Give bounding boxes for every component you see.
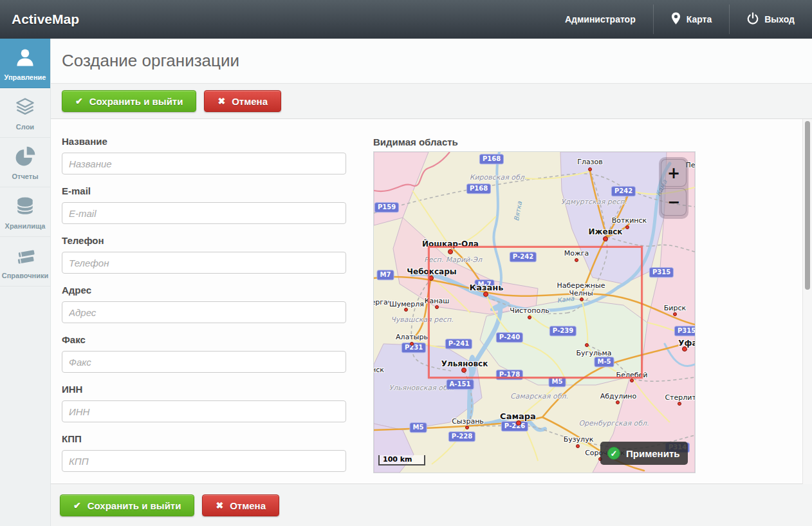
kpp-input[interactable] (62, 450, 346, 472)
email-input[interactable] (62, 202, 346, 224)
inn-input[interactable] (62, 400, 346, 422)
field-group-phone: Телефон (62, 235, 346, 274)
city-label: Самара (500, 412, 536, 421)
visible-area-map[interactable]: КамаКамаВяткаКировская обл.Удмуртская ре… (373, 151, 696, 473)
user-menu-item[interactable]: Администратор (548, 0, 653, 39)
sidebar-item-storages[interactable]: Хранилища (0, 187, 50, 237)
city-label: Глазов (577, 158, 603, 166)
name-input[interactable] (62, 153, 346, 174)
cancel-button-label: Отмена (232, 96, 268, 107)
city-dot (673, 312, 677, 316)
city-dot (516, 420, 521, 426)
map-zoom-control: + − (659, 157, 688, 219)
city-label: Бузулук (564, 436, 594, 444)
cross-icon: ✖ (216, 500, 223, 511)
city-label: Стерлита (665, 394, 696, 402)
sidebar-item-label: Управление (4, 73, 46, 81)
cancel-button[interactable]: ✖ Отмена (204, 90, 281, 112)
city-dot (410, 342, 414, 346)
user-name-label: Администратор (565, 14, 636, 24)
save-and-exit-button-bottom[interactable]: ✔ Сохранить и выйти (60, 494, 194, 516)
city-dot (625, 225, 629, 229)
zoom-out-button[interactable]: − (661, 188, 687, 216)
sidebar-item-layers[interactable]: Слои (0, 88, 50, 138)
cancel-button-bottom[interactable]: ✖ Отмена (202, 494, 279, 516)
logout-label: Выход (764, 14, 795, 24)
map-link[interactable]: Карта (654, 0, 730, 39)
field-group-kpp: КПП (62, 433, 346, 472)
phone-label: Телефон (62, 235, 346, 247)
field-group-inn: ИНН (62, 384, 346, 422)
road-badge: Р315 (649, 267, 674, 277)
check-icon: ✔ (73, 500, 81, 511)
road-badge: Р168 (479, 154, 504, 164)
app-logo: ActiveMap (12, 0, 79, 39)
sidebar-item-label: Справочники (2, 272, 49, 279)
database-icon (14, 195, 37, 218)
sidebar-item-directories[interactable]: Справочники (0, 237, 50, 286)
field-group-fax: Факс (62, 334, 346, 373)
name-label: Название (62, 136, 346, 147)
inn-label: ИНН (62, 384, 346, 395)
city-label: Шумерля (389, 301, 424, 308)
map-scale-bar: 100 km (378, 455, 425, 465)
scrollbar-thumb[interactable] (805, 121, 810, 290)
address-label: Адрес (62, 285, 346, 296)
region-label: Оренбургская обл. (578, 419, 649, 427)
page-title: Создание организации (62, 39, 239, 83)
fax-label: Факс (62, 334, 346, 346)
organization-form: Название E-mail Телефон Адрес Факс ИНН К… (62, 136, 346, 483)
content-area: Название E-mail Телефон Адрес Факс ИНН К… (50, 119, 812, 484)
city-label: Уфа (678, 339, 696, 348)
address-input[interactable] (62, 301, 346, 323)
city-label: Абдулино (600, 393, 637, 400)
road-badge: Р168 (466, 183, 491, 194)
selection-rectangle[interactable] (428, 246, 643, 379)
road-badge: Р159 (374, 202, 399, 212)
phone-input[interactable] (62, 252, 346, 274)
road-badge: Р-228 (448, 431, 475, 442)
field-group-name: Название (62, 136, 346, 174)
page-header: Создание организации (50, 39, 812, 84)
email-label: E-mail (62, 185, 346, 197)
apply-check-icon: ✓ (607, 447, 620, 460)
books-icon (14, 245, 37, 268)
cross-icon: ✖ (217, 96, 225, 106)
save-and-exit-button[interactable]: ✔ Сохранить и выйти (62, 90, 196, 112)
sidebar-item-reports[interactable]: Отчеты (0, 138, 50, 187)
save-button-label: Сохранить и выйти (89, 96, 183, 107)
field-group-email: E-mail (62, 185, 346, 224)
region-label: Кировская обл. (470, 173, 527, 182)
road-badge: М5 (410, 422, 427, 433)
apply-button[interactable]: ✓ Применить (600, 442, 688, 465)
map-link-label: Карта (687, 14, 712, 24)
region-label: Удмуртская респ. (561, 198, 627, 206)
sidebar-item-management[interactable]: Управление (0, 39, 50, 88)
city-dot (465, 426, 469, 429)
road-badge: Р315 (674, 326, 696, 336)
zoom-in-button[interactable]: + (661, 159, 687, 187)
road-badge: А-151 (447, 379, 474, 390)
field-group-address: Адрес (62, 285, 346, 323)
cancel-button-label: Отмена (230, 500, 266, 511)
fax-input[interactable] (62, 351, 346, 373)
topbar: ActiveMap Администратор Карта Выход (0, 0, 812, 39)
city-dot (678, 402, 681, 406)
road-badge: Р231 (401, 343, 426, 353)
city-label: Бирск (664, 305, 686, 312)
map-pin-icon (671, 12, 681, 27)
apply-button-label: Применить (626, 448, 679, 459)
check-icon: ✔ (75, 96, 83, 106)
road-badge: Р-226 (501, 421, 528, 431)
vertical-scrollbar[interactable] (802, 119, 812, 484)
region-label: Самарская обл. (510, 392, 568, 400)
city-dot (616, 400, 620, 404)
sidebar-item-label: Отчеты (12, 173, 38, 180)
city-label: Воткинск (612, 217, 647, 225)
sidebar-item-label: Слои (16, 123, 34, 131)
bottom-action-bar: ✔ Сохранить и выйти ✖ Отмена (50, 484, 812, 526)
logout-button[interactable]: Выход (730, 0, 812, 39)
save-button-label: Сохранить и выйти (88, 500, 181, 511)
city-dot (576, 444, 580, 448)
road-badge: М7 (377, 270, 394, 280)
